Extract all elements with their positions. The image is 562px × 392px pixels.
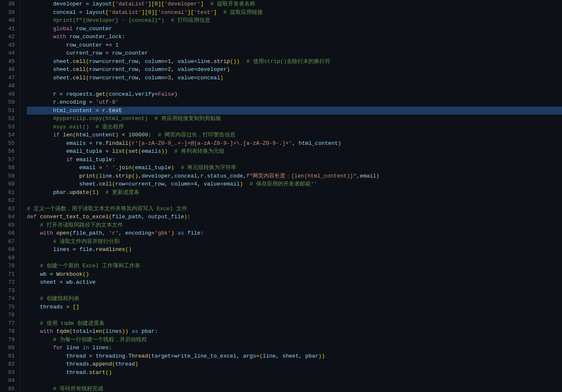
code-line-42: with row_counter_lock: [27,33,562,41]
code-line-49: r = requests.get(conceal,verify=False) [27,90,562,99]
ln-70: 70 [3,262,15,270]
code-line-55: emails = re.findall(r'[a-zA-Z0-9_.+-]+@[… [27,139,562,148]
code-line-79: # 为每一行创建一个线程，并启动线程 [27,336,562,344]
ln-76: 76 [3,311,15,319]
code-line-50: r.encoding = 'utf-8' [27,98,562,107]
ln-60: 60 [3,180,15,188]
ln-69: 69 [3,254,15,262]
ln-44: 44 [3,49,15,57]
ln-54: 54 [3,131,15,139]
code-line-72: sheet = wb.active [27,278,562,287]
code-line-51: html_content = r.text [27,107,562,115]
code-line-41: global row_counter [27,25,562,33]
code-line-80: for line in lines: [27,344,562,352]
code-line-78: with tqdm(total=len(lines)) as pbar: [27,327,562,336]
code-line-39: conceal = layout['dataList'][0]['conceal… [27,8,562,17]
code-line-74: # 创建线程列表 [27,295,562,303]
code-line-45: sheet.cell(row=current_row, column=1, va… [27,57,562,66]
ln-45: 45 [3,57,15,66]
ln-40: 40 [3,16,15,25]
code-line-56: email_tuple = list(set(emails)) # 将列表转换为… [27,147,562,156]
code-line-68: lines = file.readlines() [27,246,562,254]
ln-58: 58 [3,164,15,172]
ln-38: 38 [3,0,15,8]
ln-77: 77 [3,319,15,328]
code-line-64: def convert_text_to_excel(file_path, out… [27,213,562,221]
code-line-46: sheet.cell(row=current_row, column=2, va… [27,65,562,74]
code-line-43: row_counter += 1 [27,41,562,50]
code-line-40: #print(f"{developer} - {conceal}") # 打印应… [27,16,562,25]
code-line-85: # 等待所有线程完成 [27,385,562,392]
code-line-59: print(line.strip(),developer,conceal,r.s… [27,172,562,180]
code-line-83: thread.start() [27,368,562,377]
code-line-71: wb = Workbook() [27,270,562,279]
ln-66: 66 [3,229,15,238]
ln-72: 72 [3,278,15,287]
ln-50: 50 [3,98,15,107]
ln-42: 42 [3,33,15,41]
ln-80: 80 [3,344,15,352]
ln-75: 75 [3,303,15,311]
code-line-52: #pyperclip.copy(html_content) # 将应用链接复制到… [27,115,562,123]
ln-67: 67 [3,238,15,246]
code-line-57: if email_tuple: [27,156,562,164]
ln-61: 61 [3,188,15,197]
ln-53: 53 [3,123,15,131]
ln-62: 62 [3,196,15,205]
ln-65: 65 [3,221,15,230]
code-line-53: #sys.exit() # 退出程序 [27,123,562,131]
ln-83: 83 [3,368,15,377]
ln-41: 41 [3,25,15,33]
code-content: 38 39 40 41 42 43 44 45 46 47 48 49 50 5… [0,0,562,392]
code-line-75: threads = [] [27,303,562,311]
code-editor: 38 39 40 41 42 43 44 45 46 47 48 49 50 5… [0,0,562,392]
ln-46: 46 [3,65,15,74]
code-line-69 [27,254,562,262]
ln-71: 71 [3,270,15,279]
code-line-47: sheet.cell(row=current_row, column=3, va… [27,74,562,82]
code-line-58: email = ' '.join(email_tuple) # 将元组转换为字符… [27,164,562,172]
code-line-70: # 创建一个新的 Excel 工作薄和工作表 [27,262,562,270]
ln-56: 56 [3,147,15,156]
ln-74: 74 [3,295,15,303]
code-line-63: # 定义一个函数，用于读取文本文件并将其内容写入 Excel 文件 [27,205,562,213]
code-line-44: current_row = row_counter [27,49,562,57]
code-line-82: threads.append(thread) [27,360,562,368]
ln-78: 78 [3,327,15,336]
ln-39: 39 [3,8,15,17]
code-line-84 [27,376,562,385]
code-line-73 [27,287,562,295]
code-line-81: thread = threading.Thread(target=write_l… [27,352,562,361]
ln-52: 52 [3,115,15,123]
code-line-67: # 读取文件内容并按行分割 [27,238,562,246]
code-line-76 [27,311,562,319]
code-line-66: with open(file_path, 'r', encoding='gbk'… [27,229,562,238]
code-line-54: if len(html_content) < 100000: # 网页内容过长，… [27,131,562,139]
ln-47: 47 [3,74,15,82]
code-line-60: sheet.cell(row=current_row, column=4, va… [27,180,562,188]
code-line-62 [27,196,562,205]
ln-49: 49 [3,90,15,99]
code-line-65: # 打开并读取同路径下的文本文件 [27,221,562,230]
ln-84: 84 [3,376,15,385]
ln-79: 79 [3,336,15,344]
code-line-38: developer = layout['dataList'][0]['devel… [27,0,562,8]
ln-81: 81 [3,352,15,361]
ln-43: 43 [3,41,15,50]
ln-63: 63 [3,205,15,213]
ln-73: 73 [3,287,15,295]
code-line-48 [27,82,562,90]
line-numbers: 38 39 40 41 42 43 44 45 46 47 48 49 50 5… [0,0,20,392]
ln-55: 55 [3,139,15,148]
ln-51: 51 [3,107,15,115]
ln-59: 59 [3,172,15,180]
ln-64: 64 [3,213,15,221]
ln-82: 82 [3,360,15,368]
code-lines[interactable]: developer = layout['dataList'][0]['devel… [20,0,562,392]
ln-57: 57 [3,156,15,164]
code-line-77: # 使用 tqdm 创建进度条 [27,319,562,328]
ln-48: 48 [3,82,15,90]
ln-68: 68 [3,246,15,254]
code-line-61: pbar.update(1) # 更新进度条 [27,188,562,197]
ln-85: 85 [3,385,15,392]
